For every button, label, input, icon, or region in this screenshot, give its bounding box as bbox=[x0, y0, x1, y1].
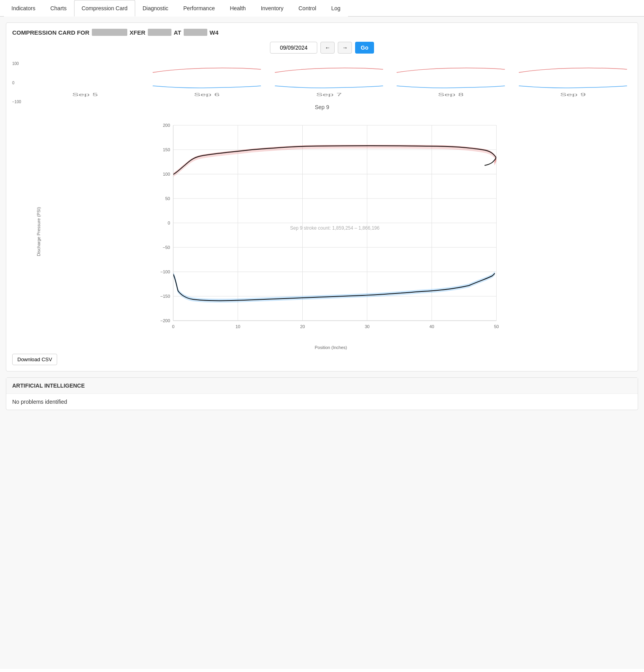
header-title-last: W4 bbox=[210, 29, 219, 36]
svg-text:30: 30 bbox=[365, 324, 369, 329]
header-title-prefix: COMPRESSION CARD FOR bbox=[12, 29, 89, 36]
compression-card-header: COMPRESSION CARD FOR XFER AT W4 bbox=[12, 29, 632, 36]
tab-indicators[interactable]: Indicators bbox=[4, 0, 43, 17]
date-input[interactable] bbox=[270, 42, 317, 54]
svg-text:Sep 5: Sep 5 bbox=[72, 93, 98, 97]
main-chart-title: Sep 9 bbox=[12, 104, 632, 110]
download-csv-button[interactable]: Download CSV bbox=[12, 354, 57, 365]
ai-section-header: ARTIFICIAL INTELLIGENCE bbox=[6, 378, 638, 394]
tab-control[interactable]: Control bbox=[291, 0, 324, 17]
svg-text:Sep 9: Sep 9 bbox=[560, 93, 586, 97]
ai-section: ARTIFICIAL INTELLIGENCE No problems iden… bbox=[6, 377, 638, 410]
svg-text:−100: −100 bbox=[160, 269, 170, 274]
mini-charts-row: Sep 5 Sep 6 Sep 7 bbox=[26, 61, 632, 98]
redacted-xfer-id bbox=[148, 29, 171, 36]
mini-axis-0: 0 bbox=[12, 81, 26, 85]
tab-diagnostic[interactable]: Diagnostic bbox=[135, 0, 176, 17]
tab-performance[interactable]: Performance bbox=[176, 0, 222, 17]
tab-log[interactable]: Log bbox=[324, 0, 348, 17]
prev-date-button[interactable]: ← bbox=[320, 42, 335, 54]
mini-chart-sep5: Sep 5 bbox=[26, 61, 144, 98]
svg-text:0: 0 bbox=[168, 221, 170, 225]
tab-health[interactable]: Health bbox=[222, 0, 253, 17]
svg-text:100: 100 bbox=[163, 172, 170, 176]
svg-text:200: 200 bbox=[163, 123, 170, 128]
date-navigation: ← → Go bbox=[12, 42, 632, 54]
mini-chart-sep6: Sep 6 bbox=[148, 61, 266, 98]
mini-axis-100: 100 bbox=[12, 61, 26, 66]
mini-chart-sep8: Sep 8 bbox=[392, 61, 510, 98]
compression-card-section: COMPRESSION CARD FOR XFER AT W4 ← → Go 1… bbox=[6, 22, 638, 371]
header-title-at: AT bbox=[174, 29, 181, 36]
header-title-xfer: XFER bbox=[130, 29, 145, 36]
mini-charts-area: 100 0 −100 Sep 5 Sep 6 bbox=[12, 61, 632, 104]
svg-text:−150: −150 bbox=[160, 294, 170, 299]
main-chart-svg: 200 150 100 50 0 −50 −100 −150 −200 0 10… bbox=[34, 113, 628, 342]
tabs-bar: Indicators Charts Compression Card Diagn… bbox=[0, 0, 644, 17]
svg-text:Sep 6: Sep 6 bbox=[194, 93, 220, 97]
tab-inventory[interactable]: Inventory bbox=[253, 0, 291, 17]
next-date-button[interactable]: → bbox=[338, 42, 352, 54]
svg-text:20: 20 bbox=[300, 324, 305, 329]
svg-text:Sep 8: Sep 8 bbox=[438, 93, 463, 97]
redacted-device bbox=[92, 29, 127, 36]
svg-text:50: 50 bbox=[165, 196, 170, 201]
svg-text:−200: −200 bbox=[160, 318, 170, 323]
go-button[interactable]: Go bbox=[355, 42, 374, 54]
svg-text:Sep 7: Sep 7 bbox=[316, 93, 342, 97]
ai-section-content: No problems identified bbox=[6, 394, 638, 410]
x-axis-label: Position (Inches) bbox=[34, 345, 628, 350]
svg-text:150: 150 bbox=[163, 147, 170, 152]
svg-text:40: 40 bbox=[429, 324, 434, 329]
svg-text:−50: −50 bbox=[163, 245, 170, 250]
svg-text:50: 50 bbox=[494, 324, 499, 329]
mini-chart-sep9: Sep 9 bbox=[514, 61, 632, 98]
mini-chart-y-axis: 100 0 −100 bbox=[12, 61, 26, 104]
svg-text:Sep 9 stroke count: 1,859,254 : Sep 9 stroke count: 1,859,254 – 1,866,19… bbox=[290, 225, 380, 231]
main-chart-container: Discharge Pressure (PSI) bbox=[34, 113, 628, 350]
y-axis-label: Discharge Pressure (PSI) bbox=[36, 207, 41, 256]
redacted-location bbox=[184, 29, 207, 36]
tab-compression-card[interactable]: Compression Card bbox=[74, 0, 135, 17]
mini-axis-neg100: −100 bbox=[12, 100, 26, 104]
svg-text:0: 0 bbox=[172, 324, 174, 329]
svg-text:10: 10 bbox=[235, 324, 240, 329]
main-content: COMPRESSION CARD FOR XFER AT W4 ← → Go 1… bbox=[0, 17, 644, 669]
tab-charts[interactable]: Charts bbox=[43, 0, 74, 17]
mini-chart-sep7: Sep 7 bbox=[270, 61, 388, 98]
